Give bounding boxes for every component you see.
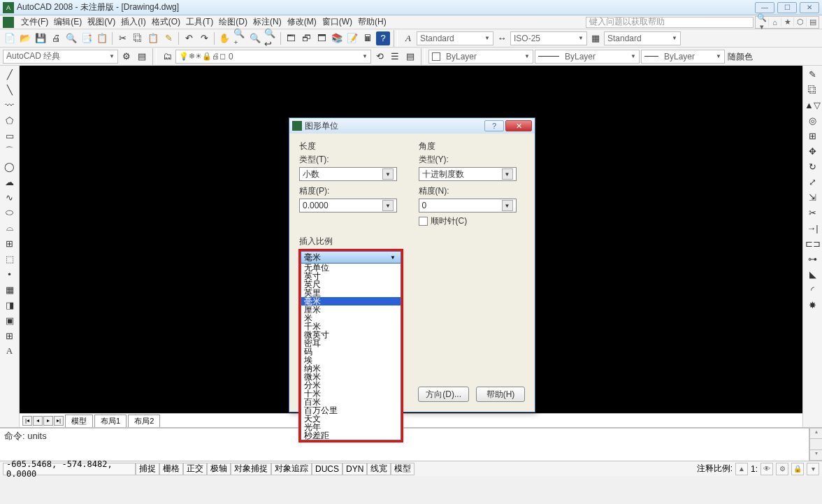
toggle-osnap[interactable]: 对象捕捉 <box>231 463 271 475</box>
workspace-dropdown[interactable]: AutoCAD 经典▼ <box>3 50 118 64</box>
layer-prev-icon[interactable]: ⟲ <box>373 50 387 64</box>
insert-unit-dropdown[interactable]: 毫米▼ <box>301 251 401 264</box>
window-min-button[interactable]: — <box>755 2 774 13</box>
menu-view[interactable]: 视图(V) <box>85 15 118 29</box>
toggle-dyn[interactable]: DYN <box>342 463 367 475</box>
sheet-icon[interactable]: 📚 <box>330 31 344 45</box>
toggle-ortho[interactable]: 正交 <box>183 463 207 475</box>
dim-style-dropdown[interactable]: ISO-25▼ <box>510 31 587 45</box>
menu-help[interactable]: 帮助(H) <box>355 15 389 29</box>
redo-icon[interactable]: ↷ <box>197 31 211 45</box>
xline-icon[interactable]: ╲ <box>3 82 17 96</box>
anno-scale-icon[interactable]: ▲ <box>735 463 748 475</box>
tab-layout2[interactable]: 布局2 <box>128 415 160 427</box>
tab-nav-prev[interactable]: ◂ <box>33 416 43 426</box>
status-tray-icon[interactable]: ▾ <box>807 463 819 475</box>
plot-icon[interactable]: 📋 <box>95 31 109 45</box>
layer-state-icon[interactable]: ☰ <box>388 50 402 64</box>
menu-format[interactable]: 格式(O) <box>149 15 183 29</box>
erase-icon[interactable]: ✎ <box>806 67 820 81</box>
unit-option[interactable]: 纳米 <box>301 364 401 373</box>
hatch-icon[interactable]: ▦ <box>3 282 17 296</box>
unit-option[interactable]: 米 <box>301 314 401 322</box>
angle-type-select[interactable]: 十进制度数▼ <box>419 167 517 181</box>
explode-icon[interactable]: ✸ <box>806 298 820 312</box>
unit-option[interactable]: 光年 <box>301 423 401 431</box>
break-icon[interactable]: ⊏⊐ <box>806 236 820 250</box>
unit-option[interactable]: 埃 <box>301 356 401 364</box>
home-icon[interactable]: ⌂ <box>768 18 781 27</box>
pan-icon[interactable]: ✋ <box>217 31 231 45</box>
save-icon[interactable]: 💾 <box>34 31 48 45</box>
unit-option[interactable]: 微英寸 <box>301 331 401 339</box>
dialog-help-button[interactable]: ? <box>484 120 504 131</box>
gradient-icon[interactable]: ◨ <box>3 298 17 312</box>
tab-layout1[interactable]: 布局1 <box>94 415 127 427</box>
dcenter-icon[interactable]: 🗗 <box>299 31 313 45</box>
new-icon[interactable]: 📄 <box>3 31 17 45</box>
lineweight-dropdown[interactable]: ByLayer▼ <box>641 50 725 64</box>
help-search-input[interactable] <box>586 17 754 28</box>
line-icon[interactable]: ╱ <box>3 67 17 81</box>
status-lock-icon[interactable]: 🔒 <box>791 463 804 475</box>
command-scrollbar[interactable]: ▴▾ <box>809 429 822 461</box>
help-button[interactable]: 帮助(H) <box>476 387 525 402</box>
length-type-select[interactable]: 小数▼ <box>299 167 397 181</box>
table-style-dropdown[interactable]: Standard▼ <box>604 31 681 45</box>
paste-icon[interactable]: 📋 <box>146 31 160 45</box>
ellipsearc-icon[interactable]: ⌓ <box>3 221 17 235</box>
insert-icon[interactable]: ⊞ <box>3 236 17 250</box>
unit-option[interactable]: 英尺 <box>301 280 401 289</box>
toggle-model[interactable]: 模型 <box>391 463 414 475</box>
unit-option[interactable]: 无单位 <box>301 264 401 272</box>
dialog-close-button[interactable]: ✕ <box>505 120 532 131</box>
clockwise-checkbox[interactable] <box>419 217 428 226</box>
scale-icon[interactable]: ⤢ <box>806 175 820 189</box>
color-dropdown[interactable]: ByLayer▼ <box>428 50 533 64</box>
table-icon[interactable]: ⊞ <box>3 329 17 343</box>
publish-icon[interactable]: 📑 <box>80 31 94 45</box>
fillet-icon[interactable]: ◜ <box>806 282 820 296</box>
unit-option[interactable]: 厘米 <box>301 305 401 314</box>
arc-icon[interactable]: ⌒ <box>3 144 17 158</box>
open-icon[interactable]: 📂 <box>18 31 32 45</box>
menu-modify[interactable]: 修改(M) <box>284 15 319 29</box>
tab-nav-next[interactable]: ▸ <box>43 416 53 426</box>
anno-auto-icon[interactable]: ⚙ <box>776 463 788 475</box>
print-icon[interactable]: 🖨 <box>49 31 63 45</box>
preview-icon[interactable]: 🔍 <box>64 31 78 45</box>
window-close-button[interactable]: ✕ <box>800 2 819 13</box>
anno-scale-value[interactable]: 1: <box>751 464 758 474</box>
linetype-dropdown[interactable]: ByLayer▼ <box>535 50 640 64</box>
array-icon[interactable]: ⊞ <box>806 129 820 143</box>
toggle-ducs[interactable]: DUCS <box>312 463 342 475</box>
match-icon[interactable]: ✎ <box>161 31 175 45</box>
tab-nav-first[interactable]: |◂ <box>22 416 32 426</box>
unit-option[interactable]: 百万公里 <box>301 406 401 415</box>
globe-icon[interactable]: ⬡ <box>793 17 806 27</box>
layer-dropdown[interactable]: 💡❄☀🔒🖨◻ 0▼ <box>175 50 371 64</box>
insert-unit-dropdown-list[interactable]: 无单位 英寸 英尺 英里 毫米 厘米 米 千米 微英寸 密耳 码 埃 纳米 微米… <box>301 264 401 440</box>
length-prec-select[interactable]: 0.0000▼ <box>299 199 397 213</box>
unit-option[interactable]: 分米 <box>301 381 401 389</box>
revcloud-icon[interactable]: ☁ <box>3 175 17 189</box>
direction-button[interactable]: 方向(D)... <box>418 387 469 402</box>
region-icon[interactable]: ▣ <box>3 313 17 327</box>
unit-option[interactable]: 百米 <box>301 398 401 406</box>
mtext-icon[interactable]: A <box>3 344 17 358</box>
command-line[interactable]: 命令: units <box>0 429 809 461</box>
calc-icon[interactable]: 🖩 <box>361 31 375 45</box>
toggle-grid[interactable]: 栅格 <box>159 463 183 475</box>
toggle-snap[interactable]: 捕捉 <box>136 463 159 475</box>
offset-icon[interactable]: ◎ <box>806 113 820 127</box>
textstyle-icon[interactable]: A <box>401 31 415 45</box>
toggle-lwt[interactable]: 线宽 <box>367 463 391 475</box>
cut-icon[interactable]: ✂ <box>115 31 129 45</box>
unit-option[interactable]: 码 <box>301 347 401 356</box>
rotate-icon[interactable]: ↻ <box>806 159 820 173</box>
trim-icon[interactable]: ✂ <box>806 206 820 219</box>
search-icon[interactable]: 🔍▾ <box>756 13 768 31</box>
zoom-win-icon[interactable]: 🔍 <box>248 31 262 45</box>
help-icon[interactable]: ? <box>376 31 390 45</box>
workspace-manage-icon[interactable]: ▤ <box>135 50 149 64</box>
